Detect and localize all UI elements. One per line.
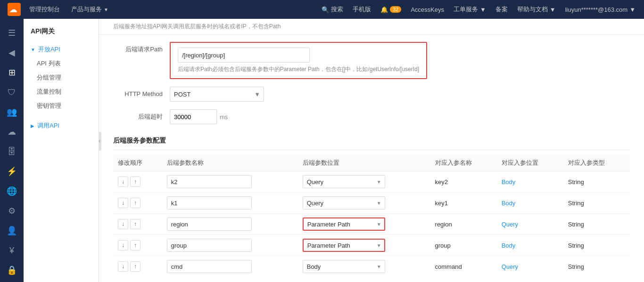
sidebar: API网关 ▼ 开放API API 列表 分组管理 流量控制 密钥管理 ▶ 调用… — [24, 19, 99, 282]
info-bar: 后端服务地址指API网关调用底层服务时的域名或者IP，不包含Path — [99, 19, 644, 35]
nav-console[interactable]: 管理控制台 — [24, 0, 66, 19]
params-section-title: 后端服务参数配置 — [113, 132, 630, 150]
sidebar-section-header-open-api[interactable]: ▼ 开放API — [24, 42, 99, 56]
sort-buttons: ↓ ↑ — [118, 240, 157, 250]
param-location-select-wrap: Query Body Parameter Path Header ▼ — [303, 239, 385, 252]
param-name-cell — [162, 256, 298, 277]
param-location-cell: Query Body Parameter Path Header ▼ — [298, 256, 430, 277]
mapped-type-cell: String — [563, 171, 630, 193]
http-method-content: GET POST PUT DELETE PATCH HEAD ▼ — [170, 87, 630, 102]
params-section: 后端服务参数配置 修改顺序 后端参数名称 后端参数位置 对应入参名称 对应入参位… — [113, 132, 630, 277]
param-location-select-parameter-path[interactable]: Query Body Parameter Path Header — [303, 239, 385, 252]
left-icon-cloud[interactable]: ☁ — [2, 122, 21, 141]
left-icon-people[interactable]: 👥 — [2, 103, 21, 121]
mapped-name-cell: region — [430, 214, 497, 235]
left-icon-user[interactable]: 👤 — [2, 221, 21, 240]
backend-path-input[interactable] — [178, 48, 310, 63]
ticket-button[interactable]: 工单服务 ▼ — [450, 5, 490, 14]
left-icon-network[interactable]: 🌐 — [2, 182, 21, 201]
sort-down-button[interactable]: ↓ — [118, 219, 128, 229]
sort-up-button[interactable]: ↑ — [130, 198, 140, 208]
mapped-position-cell: Body — [497, 235, 563, 256]
sidebar-item-key-management[interactable]: 密钥管理 — [24, 99, 99, 113]
sort-down-button[interactable]: ↓ — [118, 261, 128, 272]
backend-path-label: 后端请求Path — [113, 42, 170, 57]
left-icon-api[interactable]: ⚡ — [2, 162, 21, 181]
param-location-select[interactable]: Query Body Parameter Path Header — [303, 260, 385, 273]
table-row: ↓ ↑ Query Body P — [113, 256, 630, 277]
param-name-input[interactable] — [167, 239, 252, 252]
left-icon-config[interactable]: ⚙ — [2, 201, 21, 220]
param-location-select-wrap: Query Body Parameter Path Header ▼ — [303, 175, 385, 188]
sort-cell: ↓ ↑ — [113, 256, 162, 277]
param-location-select[interactable]: Query Body Parameter Path Header — [303, 196, 385, 209]
accesskeys-button[interactable]: AccessKeys — [407, 6, 448, 13]
sort-cell: ↓ ↑ — [113, 193, 162, 214]
mapped-name-cell: key1 — [430, 193, 497, 214]
param-location-cell: Query Body Parameter Path Header ▼ — [298, 235, 430, 256]
param-name-input[interactable] — [167, 260, 252, 273]
mapped-position-cell: Body — [497, 193, 563, 214]
col-param-location: 后端参数位置 — [298, 155, 430, 171]
mapped-position-cell: Query — [497, 214, 563, 235]
param-location-select-parameter-path[interactable]: Query Body Parameter Path Header — [303, 218, 385, 231]
sort-up-button[interactable]: ↑ — [130, 240, 140, 250]
search-button[interactable]: 🔍 搜索 — [318, 5, 347, 14]
mapped-name-cell: key2 — [430, 171, 497, 193]
sort-down-button[interactable]: ↓ — [118, 198, 128, 208]
backend-path-box: 后端请求Path必须包含后端服务参数中的Parameter Path，包含在[]… — [170, 42, 427, 79]
icp-button[interactable]: 备案 — [492, 5, 512, 14]
mapped-type-cell: String — [563, 256, 630, 277]
search-icon: 🔍 — [322, 6, 329, 13]
left-icon-shield[interactable]: 🛡 — [2, 83, 21, 102]
sort-cell: ↓ ↑ — [113, 235, 162, 256]
sort-cell: ↓ ↑ — [113, 214, 162, 235]
mapped-type-cell: String — [563, 214, 630, 235]
mobile-button[interactable]: 手机版 — [349, 5, 375, 14]
sidebar-section-header-call-api[interactable]: ▶ 调用API — [24, 119, 99, 133]
chevron-down-icon: ▼ — [550, 6, 556, 13]
sort-up-button[interactable]: ↑ — [130, 219, 140, 229]
backend-path-row: 后端请求Path 后端请求Path必须包含后端服务参数中的Parameter P… — [113, 42, 630, 79]
timeout-input[interactable] — [170, 109, 217, 124]
sort-down-button[interactable]: ↓ — [118, 240, 128, 250]
top-nav-right: 🔍 搜索 手机版 🔔 32 AccessKeys 工单服务 ▼ 备案 帮助与文档… — [318, 5, 639, 14]
left-icon-bar: ☰ ◀ ⊞ 🛡 👥 ☁ 🗄 ⚡ 🌐 ⚙ 👤 ¥ 🔒 — [0, 19, 24, 282]
sort-buttons: ↓ ↑ — [118, 219, 157, 229]
left-icon-grid[interactable]: ⊞ — [2, 63, 21, 82]
param-location-cell: Query Body Parameter Path Header ▼ — [298, 171, 430, 193]
param-location-select-wrap: Query Body Parameter Path Header ▼ — [303, 260, 385, 273]
sidebar-section-open-api: ▼ 开放API API 列表 分组管理 流量控制 密钥管理 — [24, 40, 99, 116]
param-name-input[interactable] — [167, 196, 252, 209]
col-mapped-name: 对应入参名称 — [430, 155, 497, 171]
sort-up-button[interactable]: ↑ — [130, 177, 140, 187]
left-icon-menu[interactable]: ☰ — [2, 24, 21, 42]
sidebar-title: API网关 — [24, 24, 99, 40]
mapped-position-cell: Body — [497, 171, 563, 193]
nav-products[interactable]: 产品与服务 ▼ — [66, 0, 114, 19]
notification-button[interactable]: 🔔 32 — [377, 6, 405, 13]
param-name-input[interactable] — [167, 218, 252, 231]
help-button[interactable]: 帮助与文档 ▼ — [513, 5, 560, 14]
sidebar-item-group-management[interactable]: 分组管理 — [24, 71, 99, 85]
left-icon-lock[interactable]: 🔒 — [2, 261, 21, 280]
sort-down-button[interactable]: ↓ — [118, 177, 128, 187]
timeout-unit: ms — [220, 113, 228, 121]
param-name-cell — [162, 235, 298, 256]
left-icon-database[interactable]: 🗄 — [2, 142, 21, 161]
left-icon-arrow[interactable]: ◀ — [2, 43, 21, 62]
left-icon-yen[interactable]: ¥ — [2, 241, 21, 260]
params-table: 修改顺序 后端参数名称 后端参数位置 对应入参名称 对应入参位置 对应入参类型 … — [113, 155, 630, 277]
sort-up-button[interactable]: ↑ — [130, 261, 140, 272]
http-method-select[interactable]: GET POST PUT DELETE PATCH HEAD — [170, 87, 264, 102]
sort-buttons: ↓ ↑ — [118, 198, 157, 208]
bell-icon: 🔔 — [380, 6, 388, 13]
top-nav-items: 管理控制台 产品与服务 ▼ — [24, 0, 318, 19]
table-row: ↓ ↑ Query Body P — [113, 235, 630, 256]
user-menu[interactable]: liuyun*******@163.com ▼ — [561, 6, 639, 13]
http-method-label: HTTP Method — [113, 87, 170, 102]
param-location-select[interactable]: Query Body Parameter Path Header — [303, 175, 385, 188]
sidebar-item-api-list[interactable]: API 列表 — [24, 56, 99, 71]
param-name-input[interactable] — [167, 175, 252, 188]
sidebar-item-flow-control[interactable]: 流量控制 — [24, 85, 99, 99]
